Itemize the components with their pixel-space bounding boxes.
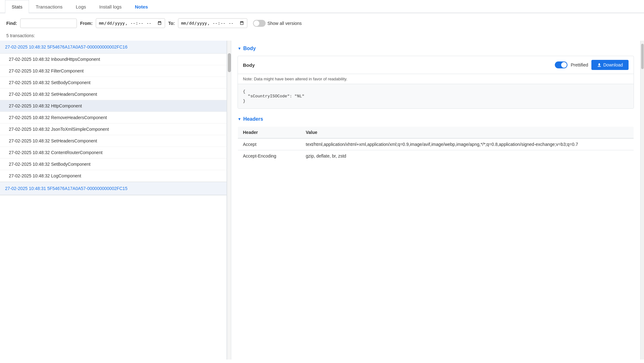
svg-rect-0 (598, 66, 601, 67)
body-section-title: Body (243, 46, 256, 51)
transaction-group-header-1[interactable]: 27-02-2025 10:48:32 5F54676A17A0A57-0000… (0, 41, 227, 54)
tabs-bar: Stats Transactions Logs Install logs Not… (0, 0, 644, 13)
transaction-group-2: 27-02-2025 10:48:31 5F54676A17A0A57-0000… (0, 182, 227, 195)
right-scroll-thumb (641, 44, 644, 69)
list-item[interactable]: 27-02-2025 10:48:32 SetHeadersComponent (0, 89, 227, 100)
transaction-group-1: 27-02-2025 10:48:32 5F54676A17A0A57-0000… (0, 41, 227, 182)
headers-section-header[interactable]: ▼ Headers (238, 116, 634, 122)
headers-table: Header Value Accept text/html,applicatio… (238, 126, 634, 162)
list-item[interactable]: 27-02-2025 10:48:32 SetBodyComponent (0, 77, 227, 89)
list-item[interactable]: 27-02-2025 10:48:32 JsonToXmlSimpleCompo… (0, 124, 227, 135)
to-input[interactable] (178, 18, 247, 28)
show-all-versions-label: Show all versions (267, 21, 302, 26)
header-value-cell: text/html,application/xhtml+xml,applicat… (301, 138, 634, 150)
tab-stats[interactable]: Stats (5, 0, 29, 13)
header-name-cell: Accept (238, 138, 301, 150)
col-value-header: Value (301, 127, 634, 139)
header-name-cell: Accept-Encoding (238, 150, 301, 162)
body-section-header[interactable]: ▼ Body (238, 46, 634, 51)
from-label: From: (80, 21, 93, 26)
body-note: Note: Data might have been altered in fa… (238, 74, 634, 84)
list-item[interactable]: 27-02-2025 10:48:32 FilterComponent (0, 65, 227, 77)
main-content: 27-02-2025 10:48:32 5F54676A17A0A57-0000… (0, 41, 644, 360)
table-row: Accept-Encoding gzip, deflate, br, zstd (238, 150, 634, 162)
download-label: Download (603, 62, 623, 67)
prettified-toggle-slider (555, 61, 567, 68)
header-value-cell: gzip, deflate, br, zstd (301, 150, 634, 162)
tab-install-logs[interactable]: Install logs (93, 0, 128, 13)
headers-section-title: Headers (243, 116, 263, 122)
list-item[interactable]: 27-02-2025 10:48:32 RemoveHeadersCompone… (0, 112, 227, 124)
list-item[interactable]: 27-02-2025 10:48:32 SetHeadersComponent (0, 135, 227, 147)
filter-bar: Find: From: To: Show all versions (0, 13, 644, 33)
left-panel: 27-02-2025 10:48:32 5F54676A17A0A57-0000… (0, 41, 227, 360)
toggle-slider (253, 20, 266, 27)
show-all-versions-toggle-container: Show all versions (253, 20, 302, 27)
prettified-label: Prettified (571, 62, 588, 67)
tab-transactions[interactable]: Transactions (29, 0, 69, 13)
list-item[interactable]: 27-02-2025 10:48:32 LogComponent (0, 170, 227, 182)
to-label: To: (168, 21, 175, 26)
body-card: Body Prettified Download (238, 56, 634, 109)
tab-logs[interactable]: Logs (69, 0, 93, 13)
show-all-versions-toggle[interactable] (253, 20, 266, 27)
find-input[interactable] (20, 19, 77, 28)
download-button[interactable]: Download (591, 60, 629, 70)
list-item[interactable]: 27-02-2025 10:48:32 SetBodyComponent (0, 158, 227, 170)
body-card-title: Body (243, 62, 255, 68)
list-item[interactable]: 27-02-2025 10:48:32 HttpComponent (0, 100, 227, 112)
right-panel: ▼ Body Body Prettified (231, 41, 640, 360)
find-label: Find: (6, 21, 17, 26)
count-text: 5 transactions: (0, 33, 644, 41)
body-card-header: Body Prettified Download (238, 56, 634, 74)
transaction-group-header-2[interactable]: 27-02-2025 10:48:31 5F54676A17A0A57-0000… (0, 182, 227, 195)
list-item[interactable]: 27-02-2025 10:48:32 InboundHttpsComponen… (0, 54, 227, 65)
download-icon (597, 63, 601, 67)
body-code: { "sCountryISOCode": "NL" } (238, 84, 634, 108)
table-row: Accept text/html,application/xhtml+xml,a… (238, 138, 634, 150)
prettified-area: Prettified Download (555, 60, 629, 70)
right-scrollbar[interactable] (640, 41, 644, 360)
scroll-thumb (228, 53, 231, 72)
table-header-row: Header Value (238, 127, 634, 139)
from-input[interactable] (96, 18, 165, 28)
prettified-toggle[interactable] (555, 61, 567, 68)
tab-notes[interactable]: Notes (128, 0, 155, 13)
list-item[interactable]: 27-02-2025 10:48:32 ContentRouterCompone… (0, 147, 227, 158)
headers-chevron-icon: ▼ (238, 117, 241, 121)
left-scrollbar[interactable] (227, 41, 231, 360)
col-header-header: Header (238, 127, 301, 139)
body-chevron-icon: ▼ (238, 46, 241, 51)
